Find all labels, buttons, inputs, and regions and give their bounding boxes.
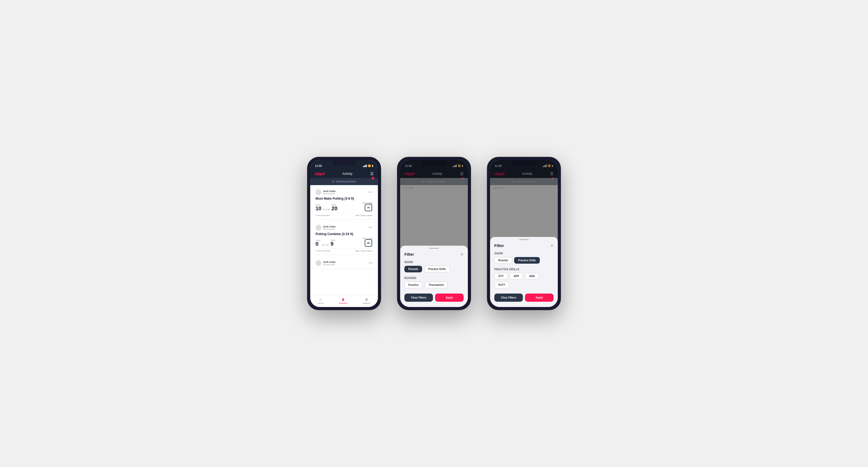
viewing-banner-1[interactable]: ⊞ Viewing Activities — [310, 178, 378, 185]
avatar-1 — [315, 189, 321, 195]
nav-home-1[interactable]: ⌂ Home — [318, 297, 323, 304]
status-time-1: 11:33 — [315, 164, 322, 167]
chip-rounds-3[interactable]: Rounds — [494, 257, 512, 263]
quality-label-2: Shot Quality — [363, 238, 373, 239]
svg-point-4 — [317, 262, 319, 263]
filter-icon-1: ⊞ — [332, 180, 334, 183]
logo-1: clippd — [314, 172, 324, 176]
apply-button-3[interactable]: Apply — [525, 293, 554, 302]
score-value-1: 10 — [315, 206, 321, 211]
nav-capture-1[interactable]: ⊕ Capture — [363, 297, 370, 304]
filter-modal-2: Filter ✕ Show Rounds Practice Drills Rou… — [400, 160, 468, 307]
card-header-2: Josh Coles 28 Feb 2023 ••• — [315, 225, 373, 230]
footer-left-1: ℹ Test Information — [315, 214, 330, 216]
avatar-2 — [315, 225, 321, 230]
phone-2: 11:33 📶 ▮ clippd Activity ☰ — [397, 157, 471, 310]
stats-row-1: Score 10 OUT OF Shots 20 Shot Quality 75 — [315, 202, 373, 211]
signal-icon — [363, 164, 367, 167]
home-icon: ⌂ — [320, 297, 322, 302]
card-header-1: Josh Coles 28 Feb 2023 ••• — [315, 189, 373, 195]
modal-footer-3: Clear Filters Apply — [490, 290, 558, 303]
menu-icon-1[interactable]: ☰ — [370, 172, 374, 176]
user-date-3: 28 Feb 2023 — [323, 263, 336, 266]
svg-point-3 — [317, 228, 320, 230]
show-chips-2: Rounds Practice Drills — [404, 266, 464, 272]
outof-1: OUT OF — [323, 209, 330, 211]
user-name-1: Josh Coles — [323, 190, 336, 192]
activities-label: Activities — [339, 302, 347, 304]
card-footer-2: ℹ Test Information Data: Clippd Capture — [315, 248, 373, 252]
user-date-1: 28 Feb 2023 — [323, 192, 336, 195]
scene: 11:33 📶 ▮ clippd Activity ☰ — [291, 141, 577, 326]
banner-dot-1 — [372, 177, 374, 180]
more-dots-2[interactable]: ••• — [368, 226, 373, 229]
rounds-label-2: Rounds — [404, 277, 464, 280]
chip-tournament-round-2[interactable]: Tournament — [425, 282, 448, 288]
show-chips-3: Rounds Practice Drills — [494, 257, 554, 263]
chip-arg-3[interactable]: ARG — [525, 273, 539, 280]
more-dots-3[interactable]: ••• — [368, 261, 373, 265]
modal-close-2[interactable]: ✕ — [460, 252, 464, 256]
phone-2-inner: 11:33 📶 ▮ clippd Activity ☰ — [400, 160, 468, 307]
shots-value-2: 9 — [331, 241, 334, 247]
wifi-icon: 📶 — [368, 164, 371, 167]
clear-filters-3[interactable]: Clear Filters — [494, 293, 523, 302]
footer-left-text-2: Test Information — [317, 250, 330, 252]
chip-practice-drills-2[interactable]: Practice Drills — [424, 266, 450, 272]
card-title-2: Putting Combine (3-15 ft) — [315, 232, 373, 236]
rounds-section-2: Rounds Practice Tournament — [400, 275, 468, 290]
clear-filters-2[interactable]: Clear Filters — [404, 293, 433, 302]
stats-row-2: Score 0 OUT OF Shots 9 Shot Quality 45 — [315, 238, 373, 247]
card-title-1: Must Make Putting (3-6 ft) — [315, 197, 373, 200]
user-name-2: Josh Coles — [323, 225, 336, 228]
more-dots-1[interactable]: ••• — [368, 190, 373, 194]
user-name-3: Josh Coles — [323, 261, 336, 263]
activity-list-1: Josh Coles 28 Feb 2023 ••• Must Make Put… — [310, 185, 378, 295]
svg-point-1 — [317, 193, 320, 195]
drills-label-3: Practice Drills — [494, 268, 554, 271]
score-value-2: 0 — [315, 241, 318, 247]
bottom-nav-1: ⌂ Home ♟ Activities ⊕ Capture — [310, 295, 378, 307]
battery-icon: ▮ — [372, 164, 373, 167]
chip-practice-drills-3[interactable]: Practice Drills — [514, 257, 540, 263]
capture-label: Capture — [363, 302, 370, 304]
apply-button-2[interactable]: Apply — [435, 293, 464, 302]
chip-practice-round-2[interactable]: Practice — [404, 282, 423, 288]
filter-modal-3: Filter ✕ Show Rounds Practice Drills Pra… — [490, 160, 558, 307]
show-section-2: Show Rounds Practice Drills — [400, 259, 468, 275]
modal-title-3: Filter — [494, 243, 504, 248]
drills-chips-3: OTT APP ARG PUTT — [494, 273, 554, 288]
modal-footer-2: Clear Filters Apply — [400, 290, 468, 303]
quality-label-1: Shot Quality — [363, 202, 373, 204]
rounds-chips-2: Practice Tournament — [404, 282, 464, 288]
phone-3: 11:33 📶 ▮ clippd Activity ☰ — [487, 157, 561, 310]
phone-1-inner: 11:33 📶 ▮ clippd Activity ☰ — [310, 160, 378, 307]
shots-value-1: 20 — [332, 206, 338, 211]
modal-close-3[interactable]: ✕ — [550, 244, 554, 248]
user-info-3: Josh Coles 28 Feb 2023 — [315, 260, 336, 266]
activity-card-1[interactable]: Josh Coles 28 Feb 2023 ••• Must Make Put… — [312, 187, 376, 219]
footer-right-1: Data: Clippd Capture — [355, 214, 373, 216]
show-section-3: Show Rounds Practice Drills — [490, 250, 558, 266]
footer-left-2: ℹ Test Information — [315, 250, 330, 252]
phone-1: 11:33 📶 ▮ clippd Activity ☰ — [307, 157, 381, 310]
activities-icon: ♟ — [341, 297, 345, 302]
chip-app-3[interactable]: APP — [509, 273, 523, 280]
nav-activities-1[interactable]: ♟ Activities — [339, 297, 347, 304]
banner-text-1: Viewing Activities — [336, 180, 356, 183]
nav-title-1: Activity — [342, 172, 352, 176]
activity-card-3[interactable]: Josh Coles 28 Feb 2023 ••• — [312, 257, 376, 269]
chip-rounds-2[interactable]: Rounds — [404, 266, 422, 272]
modal-sheet-2: Filter ✕ Show Rounds Practice Drills Rou… — [400, 246, 468, 307]
chip-putt-3[interactable]: PUTT — [494, 282, 509, 288]
activity-card-2[interactable]: Josh Coles 28 Feb 2023 ••• Putting Combi… — [312, 222, 376, 254]
status-icons-1: 📶 ▮ — [363, 164, 373, 167]
nav-bar-1: clippd Activity ☰ — [310, 169, 378, 178]
quality-badge-1: 75 — [365, 204, 372, 211]
outof-2: OUT OF — [322, 244, 329, 246]
footer-left-text-1: Test Information — [317, 214, 330, 216]
modal-title-2: Filter — [404, 252, 414, 256]
svg-point-2 — [317, 226, 319, 228]
chip-ott-3[interactable]: OTT — [494, 273, 507, 280]
drills-section-3: Practice Drills OTT APP ARG PUTT — [490, 266, 558, 290]
